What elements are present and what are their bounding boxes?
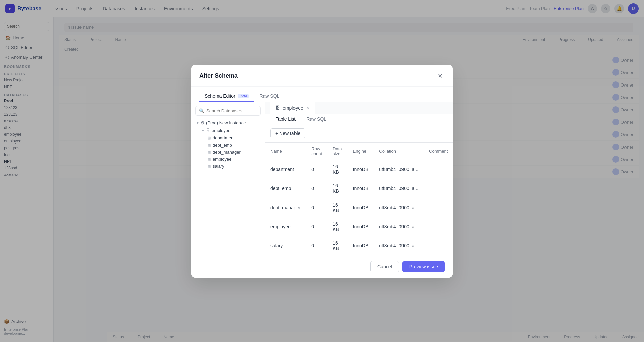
search-databases-input[interactable] <box>206 108 257 113</box>
cell-collation-1: utf8mb4_0900_a... <box>374 179 424 198</box>
cell-name-4: salary <box>265 236 306 255</box>
tree-table-dept-label: department <box>213 135 235 140</box>
tree-table-salary[interactable]: ▦ salary <box>206 163 261 170</box>
db-tab-close-button[interactable]: ✕ <box>306 106 309 110</box>
modal-title: Alter Schema <box>199 72 238 79</box>
modal-close-button[interactable]: ✕ <box>435 71 445 81</box>
table-icon-4: ▦ <box>207 157 211 161</box>
col-comment: Comment <box>424 143 453 160</box>
tree-table-dept-mgr-label: dept_manager <box>213 150 241 155</box>
cell-comment-2 <box>424 198 453 217</box>
beta-badge: Beta <box>238 94 249 98</box>
cell-data-size-0: 16 KB <box>327 160 347 179</box>
cell-name-0: department <box>265 160 306 179</box>
search-icon: 🔍 <box>199 108 204 113</box>
cell-row-count-2: 0 <box>306 198 327 217</box>
tree-table-department[interactable]: ▦ department <box>206 134 261 141</box>
modal-body: 🔍 ▼ ⚙ (Prod) New Instance ▼ 🗄 employee <box>191 102 453 255</box>
table-icon-5: ▦ <box>207 164 211 168</box>
cell-collation-3: utf8mb4_0900_a... <box>374 217 424 236</box>
modal-footer: Cancel Preview issue <box>191 255 453 278</box>
cell-data-size-1: 16 KB <box>327 179 347 198</box>
table-icon-2: ▦ <box>207 143 211 147</box>
tab-raw-sql[interactable]: Raw SQL <box>301 114 332 124</box>
db-tab-icon: 🗄 <box>276 105 280 110</box>
new-table-button[interactable]: + New table <box>270 128 305 138</box>
cell-comment-0 <box>424 160 453 179</box>
tree-table-dept-emp-label: dept_emp <box>213 142 232 148</box>
db-icon: 🗄 <box>206 128 210 133</box>
cell-data-size-3: 16 KB <box>327 217 347 236</box>
tree-table-emp-label: employee <box>213 157 231 162</box>
tree-db-label: employee <box>212 128 230 133</box>
raw-sql-top-label: Raw SQL <box>259 93 279 99</box>
table-row: department 0 16 KB InnoDB utf8mb4_0900_a… <box>265 160 453 179</box>
table-row: salary 0 16 KB InnoDB utf8mb4_0900_a... … <box>265 236 453 255</box>
modal-top-tabs: Schema Editor Beta Raw SQL <box>191 87 453 102</box>
cell-collation-2: utf8mb4_0900_a... <box>374 198 424 217</box>
cell-row-count-1: 0 <box>306 179 327 198</box>
table-row: employee 0 16 KB InnoDB utf8mb4_0900_a..… <box>265 217 453 236</box>
tree-tables-container: ▦ department ▦ dept_emp ▦ dept_manager <box>201 134 261 170</box>
cell-name-3: employee <box>265 217 306 236</box>
table-icon-3: ▦ <box>207 150 211 154</box>
table-icon: ▦ <box>207 136 211 140</box>
db-tab-employee[interactable]: 🗄 employee ✕ <box>270 102 315 114</box>
modal-right-panel: 🗄 employee ✕ Table List Raw SQL + New ta… <box>265 102 453 255</box>
chevron-right-icon: ▼ <box>201 129 205 132</box>
tree-db-container: ▼ 🗄 employee ▦ department ▦ dept_emp <box>195 127 261 170</box>
cell-comment-1 <box>424 179 453 198</box>
alter-schema-modal: Alter Schema ✕ Schema Editor Beta Raw SQ… <box>191 65 453 278</box>
col-collation: Collation <box>374 143 424 160</box>
cell-comment-4 <box>424 236 453 255</box>
cell-collation-0: utf8mb4_0900_a... <box>374 160 424 179</box>
table-row: dept_manager 0 16 KB InnoDB utf8mb4_0900… <box>265 198 453 217</box>
tree-table-salary-label: salary <box>213 164 224 169</box>
modal-left-panel: 🔍 ▼ ⚙ (Prod) New Instance ▼ 🗄 employee <box>191 102 265 255</box>
table-row: dept_emp 0 16 KB InnoDB utf8mb4_0900_a..… <box>265 179 453 198</box>
preview-issue-button[interactable]: Preview issue <box>402 261 445 272</box>
tab-schema-editor[interactable]: Schema Editor Beta <box>199 91 254 102</box>
col-engine: Engine <box>347 143 374 160</box>
cancel-button[interactable]: Cancel <box>370 261 399 272</box>
tree-table-employee[interactable]: ▦ employee <box>206 156 261 163</box>
cell-engine-4: InnoDB <box>347 236 374 255</box>
instance-icon: ⚙ <box>201 120 205 125</box>
cell-engine-2: InnoDB <box>347 198 374 217</box>
cell-row-count-0: 0 <box>306 160 327 179</box>
col-data-size: Data size <box>327 143 347 160</box>
cell-data-size-4: 16 KB <box>327 236 347 255</box>
db-tab-label: employee <box>283 105 303 111</box>
db-tabs-bar: 🗄 employee ✕ <box>265 102 453 114</box>
schema-editor-label: Schema Editor <box>205 93 235 99</box>
modal-overlay: Alter Schema ✕ Schema Editor Beta Raw SQ… <box>0 0 644 342</box>
tab-table-list[interactable]: Table List <box>270 114 301 124</box>
tree-instance[interactable]: ▼ ⚙ (Prod) New Instance <box>195 119 261 127</box>
cell-engine-3: InnoDB <box>347 217 374 236</box>
schema-table: Name Row count Data size Engine Collatio… <box>265 143 453 255</box>
cell-row-count-4: 0 <box>306 236 327 255</box>
cell-collation-4: utf8mb4_0900_a... <box>374 236 424 255</box>
modal-search-container: 🔍 <box>195 106 261 116</box>
cell-name-2: dept_manager <box>265 198 306 217</box>
content-tabs-bar: Table List Raw SQL <box>265 114 453 124</box>
tree-db-employee[interactable]: ▼ 🗄 employee <box>201 127 261 134</box>
tree-table-dept-emp[interactable]: ▦ dept_emp <box>206 141 261 149</box>
cell-comment-3 <box>424 217 453 236</box>
tables-list-content: Name Row count Data size Engine Collatio… <box>265 143 453 255</box>
tree-table-dept-manager[interactable]: ▦ dept_manager <box>206 149 261 156</box>
cell-row-count-3: 0 <box>306 217 327 236</box>
col-name: Name <box>265 143 306 160</box>
cell-data-size-2: 16 KB <box>327 198 347 217</box>
cell-name-1: dept_emp <box>265 179 306 198</box>
cell-engine-1: InnoDB <box>347 179 374 198</box>
modal-header: Alter Schema ✕ <box>191 65 453 87</box>
cell-engine-0: InnoDB <box>347 160 374 179</box>
chevron-down-icon: ▼ <box>196 121 199 125</box>
col-row-count: Row count <box>306 143 327 160</box>
tree-instance-label: (Prod) New Instance <box>206 120 246 125</box>
tab-raw-sql-top[interactable]: Raw SQL <box>254 91 285 102</box>
new-table-bar: + New table <box>265 124 453 143</box>
